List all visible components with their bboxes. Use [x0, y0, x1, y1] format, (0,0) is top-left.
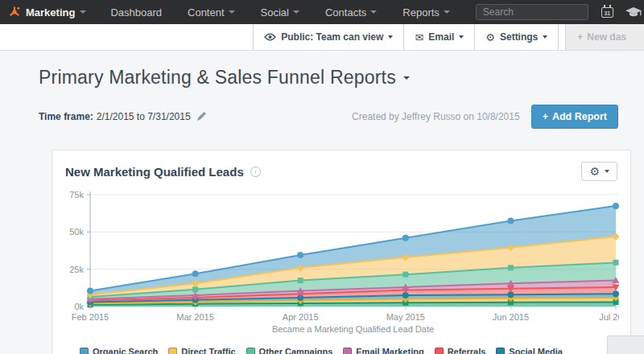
dashboard-toolbar: Public: Team can view ✉ Email ⚙ Settings… — [0, 24, 644, 51]
corner-widget[interactable] — [607, 335, 644, 354]
x-axis-tick-label: Apr 2015 — [283, 312, 319, 322]
gear-icon: ⚙ — [589, 166, 600, 177]
nav-label: Contacts — [325, 6, 366, 19]
x-axis-tick-label: May 2015 — [386, 312, 425, 322]
report-settings-button[interactable]: ⚙ — [581, 162, 617, 181]
calendar-icon[interactable]: 31 — [601, 7, 613, 18]
x-axis-tick-label: Jun 2015 — [493, 312, 529, 322]
legend-label: Social Media — [509, 347, 563, 354]
legend-item-referrals[interactable]: Referrals — [435, 347, 486, 354]
plus-icon: + — [543, 111, 548, 122]
legend-item-direct-traffic[interactable]: Direct Traffic — [168, 347, 235, 354]
legend-item-other-campaigns[interactable]: Other Campaigns — [246, 347, 333, 354]
time-frame-label: Time frame: — [39, 111, 93, 122]
y-axis-tick-label: 25k — [69, 265, 84, 274]
chevron-down-icon — [370, 10, 377, 14]
report-card: New Marketing Qualified Leads i ⚙ 0k25k5… — [52, 150, 631, 354]
data-point[interactable] — [402, 272, 408, 278]
add-report-label: Add Report — [552, 111, 607, 122]
nav-label: Dashboard — [110, 6, 162, 19]
legend-item-email-marketing[interactable]: Email Marketing — [343, 347, 423, 354]
legend-label: Email Marketing — [356, 347, 423, 354]
chart-legend: Organic SearchDirect TrafficOther Campai… — [80, 347, 617, 354]
created-by-text: Created by Jeffrey Russo on 10/8/2015 — [352, 111, 520, 122]
legend-swatch — [435, 348, 444, 354]
pencil-icon[interactable] — [196, 112, 206, 121]
visibility-label: Public: Team can view — [281, 31, 383, 43]
legend-swatch — [496, 348, 505, 354]
email-label: Email — [428, 31, 454, 43]
data-point[interactable] — [613, 260, 619, 266]
x-axis-title: Became a Marketing Qualified Lead Date — [272, 324, 434, 334]
academy-cap-icon[interactable] — [625, 7, 642, 18]
y-axis-tick-label: 50k — [69, 227, 84, 237]
chevron-down-icon — [459, 35, 464, 39]
top-navigation: Marketing Dashboard Content Social Conta… — [0, 0, 644, 24]
email-button[interactable]: ✉ Email — [403, 24, 475, 50]
data-point[interactable] — [613, 290, 619, 297]
data-point[interactable] — [192, 270, 199, 277]
nav-item-content[interactable]: Content — [188, 6, 235, 19]
hubspot-sprocket-icon — [8, 6, 21, 19]
legend-item-social-media[interactable]: Social Media — [496, 347, 563, 354]
nav-label: Content — [188, 6, 225, 19]
data-point[interactable] — [507, 291, 514, 298]
data-point[interactable] — [298, 278, 303, 283]
nav-item-dashboard[interactable]: Dashboard — [110, 6, 162, 19]
data-point[interactable] — [613, 203, 619, 209]
nav-item-contacts[interactable]: Contacts — [325, 6, 377, 19]
nav-label: Reports — [402, 6, 440, 19]
plus-icon: + — [577, 31, 583, 43]
chevron-down-icon — [229, 10, 235, 14]
info-icon[interactable]: i — [250, 167, 261, 177]
page-title: Primary Marketing & Sales Funnel Reports — [39, 67, 396, 88]
x-axis-tick-label: Jul 2015 — [599, 312, 619, 322]
gear-icon: ⚙ — [485, 32, 495, 43]
nav-item-reports[interactable]: Reports — [402, 6, 450, 19]
data-point[interactable] — [507, 217, 514, 224]
chevron-down-icon — [388, 35, 393, 39]
eye-icon — [264, 33, 276, 41]
legend-item-organic-search[interactable]: Organic Search — [80, 347, 158, 354]
chevron-down-icon — [444, 10, 450, 14]
x-axis-tick-label: Feb 2015 — [72, 312, 109, 322]
data-point[interactable] — [297, 252, 303, 258]
envelope-icon: ✉ — [415, 32, 423, 43]
legend-swatch — [343, 348, 352, 354]
new-dashboard-label: New das — [587, 31, 626, 43]
nav-label: Social — [261, 6, 289, 19]
search-input[interactable] — [476, 4, 588, 20]
legend-label: Direct Traffic — [181, 347, 235, 354]
time-frame: Time frame: 2/1/2015 to 7/31/2015 — [39, 111, 206, 122]
legend-swatch — [80, 348, 89, 354]
settings-label: Settings — [500, 31, 538, 43]
brand-label: Marketing — [26, 6, 75, 19]
time-frame-value: 2/1/2015 to 7/31/2015 — [97, 111, 191, 122]
legend-label: Other Campaigns — [259, 347, 333, 354]
data-point[interactable] — [192, 286, 198, 292]
chevron-down-icon — [80, 10, 86, 14]
x-axis-tick-label: Mar 2015 — [176, 312, 213, 322]
nav-item-social[interactable]: Social — [261, 6, 299, 19]
new-dashboard-button[interactable]: + New das — [565, 24, 644, 50]
chevron-down-icon — [293, 10, 299, 14]
report-title: New Marketing Qualified Leads — [65, 165, 244, 179]
legend-label: Organic Search — [93, 347, 158, 354]
add-report-button[interactable]: + Add Report — [531, 105, 618, 129]
legend-swatch — [168, 348, 177, 354]
title-dropdown-icon[interactable] — [403, 76, 410, 80]
data-point[interactable] — [402, 235, 409, 241]
app-menu-marketing[interactable]: Marketing — [8, 6, 86, 19]
data-point[interactable] — [87, 288, 93, 294]
visibility-button[interactable]: Public: Team can view — [253, 24, 404, 50]
data-point[interactable] — [508, 265, 514, 270]
chevron-down-icon — [543, 35, 547, 39]
y-axis-tick-label: 0k — [74, 302, 84, 311]
settings-button[interactable]: ⚙ Settings — [474, 24, 559, 50]
chevron-down-icon — [605, 170, 609, 173]
mql-stacked-area-chart[interactable]: 0k25k50k75kFeb 2015Mar 2015Apr 2015May 2… — [65, 189, 619, 335]
calendar-day: 31 — [604, 10, 610, 16]
y-axis-tick-label: 75k — [69, 190, 84, 200]
legend-label: Referrals — [448, 347, 486, 354]
legend-swatch — [246, 348, 255, 354]
